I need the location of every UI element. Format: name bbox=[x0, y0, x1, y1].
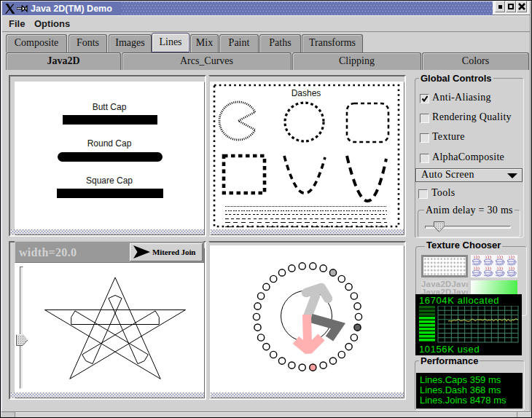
svg-text:Dashes: Dashes bbox=[292, 88, 321, 98]
